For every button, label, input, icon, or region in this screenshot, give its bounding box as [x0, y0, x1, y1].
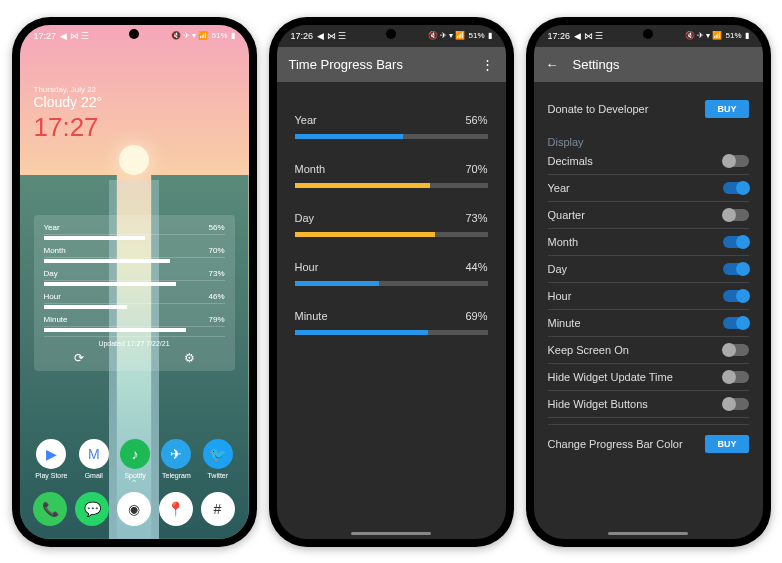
toggle-label: Keep Screen On — [548, 344, 629, 356]
toggle-row-day[interactable]: Day — [548, 256, 749, 283]
buy-button[interactable]: BUY — [705, 435, 748, 453]
toggle-label: Month — [548, 236, 579, 248]
progress-item: Year 56% — [295, 114, 488, 139]
status-time: 17:26 — [548, 31, 571, 41]
toggle-knob — [722, 343, 736, 357]
buy-button[interactable]: BUY — [705, 100, 748, 118]
notification-icons: ◀ ⋈ ☰ — [317, 31, 346, 41]
donate-row: Donate to Developer BUY — [548, 90, 749, 128]
back-arrow-icon[interactable]: ← — [546, 57, 559, 72]
app-header: Time Progress Bars ⋮ — [277, 47, 506, 82]
toggle-row-month[interactable]: Month — [548, 229, 749, 256]
progress-item: Minute 69% — [295, 310, 488, 335]
phone-homescreen: 17:27 ◀ ⋈ ☰ 🔇 ✈ ▾ 📶 51%▮ Thursday, July … — [12, 17, 257, 547]
weather-condition: Cloudy 22° — [34, 94, 103, 110]
progress-item: Month 70% — [295, 163, 488, 188]
notification-icons: ◀ ⋈ ☰ — [60, 31, 89, 41]
toggle-switch[interactable] — [723, 236, 749, 248]
camera-hole — [643, 29, 653, 39]
status-icons: 🔇 ✈ ▾ 📶 — [428, 31, 466, 40]
app-label: Telegram — [161, 472, 191, 479]
toggle-row-keep-screen-on[interactable]: Keep Screen On — [548, 337, 749, 364]
app-gmail[interactable]: M Gmail — [79, 439, 109, 479]
app-drawer-handle[interactable]: ⌃ — [130, 478, 138, 489]
refresh-icon[interactable]: ⟳ — [74, 351, 84, 365]
toggle-label: Day — [548, 263, 568, 275]
widget-row: Year 56% — [44, 221, 225, 235]
progress-fill — [295, 134, 403, 139]
dock-whatsapp[interactable]: 💬 — [75, 492, 109, 526]
widget-row: Hour 46% — [44, 290, 225, 304]
app-twitter[interactable]: 🐦 Twitter — [203, 439, 233, 479]
widget-updated: Updated 17:27 7/22/21 — [44, 336, 225, 347]
widget-label: Year — [44, 223, 60, 232]
widget-label: Month — [44, 246, 66, 255]
dock-slack[interactable]: # — [201, 492, 235, 526]
status-time: 17:27 — [34, 31, 57, 41]
widget-label: Minute — [44, 315, 68, 324]
widget-bar — [44, 282, 176, 286]
toggle-label: Quarter — [548, 209, 585, 221]
gear-icon[interactable]: ⚙ — [184, 351, 195, 365]
progress-fill — [295, 330, 428, 335]
toggle-row-decimals[interactable]: Decimals — [548, 148, 749, 175]
toggle-knob — [722, 370, 736, 384]
toggle-row-hide-widget-buttons[interactable]: Hide Widget Buttons — [548, 391, 749, 418]
app-telegram[interactable]: ✈ Telegram — [161, 439, 191, 479]
donate-label: Donate to Developer — [548, 103, 649, 115]
toggle-switch[interactable] — [723, 155, 749, 167]
settings-title: Settings — [573, 57, 620, 72]
toggle-row-hide-widget-update-time[interactable]: Hide Widget Update Time — [548, 364, 749, 391]
camera-hole — [129, 29, 139, 39]
toggle-row-hour[interactable]: Hour — [548, 283, 749, 310]
progress-track — [295, 330, 488, 335]
toggle-knob — [736, 316, 750, 330]
dock: 📞💬◉📍# — [30, 492, 239, 529]
toggle-row-year[interactable]: Year — [548, 175, 749, 202]
progress-fill — [295, 281, 380, 286]
progress-track — [295, 183, 488, 188]
widget-pct: 79% — [208, 315, 224, 324]
progress-pct: 73% — [465, 212, 487, 224]
app-row: ▶ Play Store M Gmail ♪ Spotify ✈ Telegra… — [30, 439, 239, 479]
toggle-switch[interactable] — [723, 371, 749, 383]
progress-item: Hour 44% — [295, 261, 488, 286]
toggle-switch[interactable] — [723, 344, 749, 356]
dock-chrome[interactable]: ◉ — [117, 492, 151, 526]
weather-widget[interactable]: Thursday, July 22 Cloudy 22° 17:27 — [34, 85, 103, 143]
toggle-row-quarter[interactable]: Quarter — [548, 202, 749, 229]
phone-progress-bars: 17:26 ◀ ⋈ ☰ 🔇 ✈ ▾ 📶 51%▮ Time Progress B… — [269, 17, 514, 547]
progress-label: Day — [295, 212, 315, 224]
toggle-switch[interactable] — [723, 398, 749, 410]
toggle-label: Decimals — [548, 155, 593, 167]
toggle-switch[interactable] — [723, 182, 749, 194]
progress-pct: 70% — [465, 163, 487, 175]
widget-pct: 46% — [208, 292, 224, 301]
toggle-knob — [722, 154, 736, 168]
progress-track — [295, 281, 488, 286]
nav-bar[interactable] — [608, 532, 688, 535]
progress-fill — [295, 183, 430, 188]
toggle-knob — [722, 208, 736, 222]
status-time: 17:26 — [291, 31, 314, 41]
app-title: Time Progress Bars — [289, 57, 403, 72]
app-spotify[interactable]: ♪ Spotify — [120, 439, 150, 479]
app-play-store[interactable]: ▶ Play Store — [35, 439, 67, 479]
progress-label: Year — [295, 114, 317, 126]
dock-maps[interactable]: 📍 — [159, 492, 193, 526]
toggle-row-minute[interactable]: Minute — [548, 310, 749, 337]
dock-phone[interactable]: 📞 — [33, 492, 67, 526]
toggle-switch[interactable] — [723, 263, 749, 275]
toggle-switch[interactable] — [723, 317, 749, 329]
nav-bar[interactable] — [351, 532, 431, 535]
status-icons: 🔇 ✈ ▾ 📶 — [685, 31, 723, 40]
camera-hole — [386, 29, 396, 39]
weather-date: Thursday, July 22 — [34, 85, 103, 94]
progress-label: Month — [295, 163, 326, 175]
app-label: Play Store — [35, 472, 67, 479]
overflow-menu-icon[interactable]: ⋮ — [481, 57, 494, 72]
widget-bar — [44, 305, 127, 309]
toggle-switch[interactable] — [723, 290, 749, 302]
time-progress-widget[interactable]: Year 56% Month 70% Day 73% Hour 46% Minu… — [34, 215, 235, 371]
toggle-switch[interactable] — [723, 209, 749, 221]
